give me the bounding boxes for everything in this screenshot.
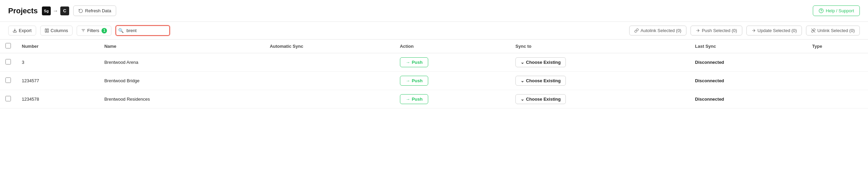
help-support-label: Help / Support: [826, 8, 854, 13]
col-name: Name: [99, 40, 264, 53]
connect-icon: C: [60, 6, 69, 15]
filter-badge: 1: [102, 28, 107, 33]
update-selected-icon: [751, 28, 756, 33]
header-icons: Sg → C: [42, 6, 69, 15]
row-checkbox-cell: [0, 53, 16, 72]
choose-existing-button-2[interactable]: ⌄ Choose Existing: [515, 94, 566, 104]
row-name-1: Brentwood Bridge: [99, 72, 264, 90]
header-checkbox-cell: [0, 40, 16, 53]
arrow-icon: →: [53, 8, 58, 14]
push-button-0[interactable]: → Push: [400, 57, 429, 67]
filters-label: Filters: [87, 28, 99, 33]
row-name-0: Brentwood Arena: [99, 53, 264, 72]
row-type-1: [807, 72, 868, 90]
col-action: Action: [394, 40, 510, 53]
chevron-down-icon-0: ⌄: [521, 60, 524, 65]
autolink-selected-label: Autolink Selected (0): [640, 28, 681, 33]
table-row: 1234577 Brentwood Bridge → Push ⌄ Choose…: [0, 72, 868, 90]
row-number-1: 1234577: [16, 72, 99, 90]
row-action-0: → Push: [394, 53, 510, 72]
last-sync-value-0: Disconnected: [695, 60, 724, 65]
export-icon: [13, 28, 17, 33]
row-number-2: 1234578: [16, 90, 99, 109]
table-row: 3 Brentwood Arena → Push ⌄ Choose Existi…: [0, 53, 868, 72]
row-sync-to-2: ⌄ Choose Existing: [510, 90, 689, 109]
row-action-1: → Push: [394, 72, 510, 90]
row-checkbox-cell: [0, 90, 16, 109]
help-support-button[interactable]: Help / Support: [813, 5, 860, 16]
last-sync-value-2: Disconnected: [695, 97, 724, 102]
row-checkbox-cell: [0, 72, 16, 90]
search-icon: 🔍: [118, 28, 124, 33]
svg-rect-4: [47, 29, 48, 32]
refresh-data-button[interactable]: Refresh Data: [73, 5, 117, 16]
push-selected-button[interactable]: Push Selected (0): [691, 26, 742, 35]
columns-icon: [45, 28, 49, 33]
search-wrapper: 🔍: [115, 25, 170, 36]
page-wrapper: Projects Sg → C Refresh Data Help / Supp…: [0, 0, 868, 187]
autolink-selected-button[interactable]: Autolink Selected (0): [629, 26, 686, 35]
row-checkbox-1[interactable]: [5, 77, 11, 83]
col-type: Type: [807, 40, 868, 53]
row-last-sync-0: Disconnected: [689, 53, 807, 72]
push-arrow-icon-1: →: [406, 78, 410, 83]
row-type-0: [807, 53, 868, 72]
table-header-row: Number Name Automatic Sync Action Sync t…: [0, 40, 868, 53]
table-container: Number Name Automatic Sync Action Sync t…: [0, 40, 868, 187]
filters-button[interactable]: Filters 1: [77, 26, 111, 36]
col-sync-to: Sync to: [510, 40, 689, 53]
col-last-sync: Last Sync: [689, 40, 807, 53]
export-label: Export: [19, 28, 32, 33]
push-label-1: Push: [412, 78, 423, 83]
refresh-data-label: Refresh Data: [85, 8, 111, 13]
chevron-down-icon-1: ⌄: [521, 78, 524, 83]
row-checkbox-0[interactable]: [5, 59, 11, 64]
toolbar: Export Columns Filters 1 🔍 Autolink Sele…: [0, 22, 868, 40]
push-button-1[interactable]: → Push: [400, 76, 429, 86]
choose-existing-button-1[interactable]: ⌄ Choose Existing: [515, 76, 566, 86]
columns-button[interactable]: Columns: [40, 26, 73, 35]
push-button-2[interactable]: → Push: [400, 94, 429, 104]
help-icon: [819, 8, 824, 13]
filters-icon: [81, 28, 86, 33]
unlink-icon: [811, 28, 816, 33]
row-last-sync-2: Disconnected: [689, 90, 807, 109]
choose-existing-label-2: Choose Existing: [526, 97, 561, 102]
update-selected-label: Update Selected (0): [758, 28, 797, 33]
table-row: 1234578 Brentwood Residences → Push ⌄ Ch…: [0, 90, 868, 109]
page-title: Projects: [8, 6, 38, 15]
row-automatic-sync-0: [264, 53, 394, 72]
chevron-down-icon-2: ⌄: [521, 97, 524, 102]
unlink-selected-label: Unlink Selected (0): [817, 28, 855, 33]
row-last-sync-1: Disconnected: [689, 72, 807, 90]
row-sync-to-1: ⌄ Choose Existing: [510, 72, 689, 90]
refresh-icon: [78, 9, 83, 13]
last-sync-value-1: Disconnected: [695, 78, 724, 83]
columns-label: Columns: [51, 28, 68, 33]
select-all-checkbox[interactable]: [5, 43, 11, 48]
link-icon: [634, 28, 639, 33]
row-action-2: → Push: [394, 90, 510, 109]
row-automatic-sync-1: [264, 72, 394, 90]
search-input[interactable]: [115, 25, 170, 36]
row-automatic-sync-2: [264, 90, 394, 109]
push-arrow-icon-0: →: [406, 60, 410, 65]
push-label-0: Push: [412, 60, 423, 65]
update-selected-button[interactable]: Update Selected (0): [746, 26, 802, 35]
choose-existing-label-0: Choose Existing: [526, 60, 561, 65]
row-type-2: [807, 90, 868, 109]
push-selected-label: Push Selected (0): [702, 28, 737, 33]
push-arrow-icon-2: →: [406, 97, 410, 102]
push-label-2: Push: [412, 97, 423, 102]
unlink-selected-button[interactable]: Unlink Selected (0): [806, 26, 860, 35]
svg-rect-3: [45, 29, 46, 32]
col-number: Number: [16, 40, 99, 53]
sage-icon: Sg: [42, 6, 51, 15]
header: Projects Sg → C Refresh Data Help / Supp…: [0, 0, 868, 22]
projects-table: Number Name Automatic Sync Action Sync t…: [0, 40, 868, 109]
choose-existing-button-0[interactable]: ⌄ Choose Existing: [515, 57, 566, 67]
export-button[interactable]: Export: [8, 26, 36, 35]
row-checkbox-2[interactable]: [5, 96, 11, 101]
push-selected-icon: [696, 28, 700, 33]
col-automatic-sync: Automatic Sync: [264, 40, 394, 53]
